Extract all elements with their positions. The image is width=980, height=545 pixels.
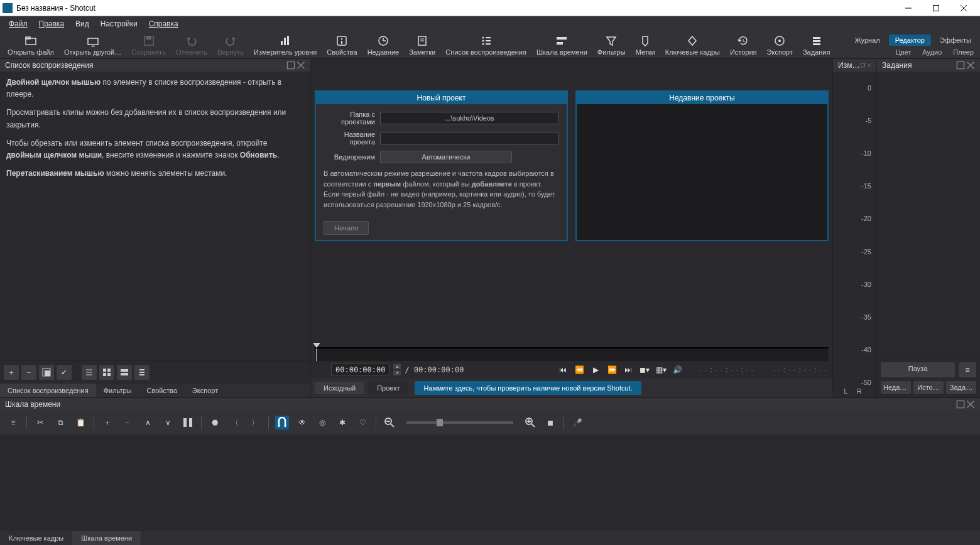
remove-icon[interactable]: － [121,416,134,429]
playlist-tab-filters[interactable]: Фильтры [96,384,139,397]
timeline-title: Шкала времени [5,400,60,409]
undock-icon[interactable] [956,61,965,70]
toolbar-markers[interactable]: Метки [631,33,660,57]
playlist-check-button[interactable]: ✓ [57,365,72,380]
append-icon[interactable]: ＋ [101,416,114,429]
zoom-thumb[interactable] [437,419,443,426]
menu-edit[interactable]: Правка [34,18,70,30]
skip-end-icon[interactable]: ⏭ [623,365,633,375]
zoom-menu-icon[interactable]: ◼▾ [640,365,650,375]
snap-icon[interactable] [275,416,289,429]
toolbar-history[interactable]: История [725,33,762,57]
volume-icon[interactable]: 🔊 [672,365,682,375]
view-grid-button[interactable] [99,365,114,380]
tasks-tab-recent[interactable]: Недавн… [881,381,911,394]
fast-forward-icon[interactable]: ⏩ [607,365,617,375]
ripple-icon[interactable]: ◎ [315,416,329,429]
playlist-tab-properties[interactable]: Свойства [139,384,185,397]
workspace-tab-effects[interactable]: Эффекты [934,35,977,46]
timecode-spinner[interactable]: ▲▼ [393,364,401,376]
zoom-slider[interactable] [406,421,513,424]
skip-start-icon[interactable]: ⏮ [558,365,568,375]
undock-icon[interactable] [956,400,965,409]
scrub-bar[interactable] [315,347,829,361]
toolbar-open-other[interactable]: Открыть другой… [59,33,126,57]
close-panel-icon[interactable] [966,400,975,409]
pause-button[interactable]: Пауза [881,362,955,377]
toolbar-export[interactable]: Экспорт [762,33,798,57]
paste-icon[interactable]: 📋 [74,416,87,429]
close-panel-icon[interactable] [867,61,871,70]
menu-settings[interactable]: Настройки [95,18,143,30]
view-detail-button[interactable] [82,365,97,380]
playlist-tab-export[interactable]: Экспорт [185,384,226,397]
project-folder-button[interactable]: ...\sukho\Videos [380,112,559,124]
toolbar-timeline[interactable]: Шкала времени [531,33,592,57]
ripple-all-icon[interactable]: ✱ [335,416,349,429]
playlist-add-button[interactable]: ＋ [4,365,19,380]
toolbar-playlist[interactable]: Список воспроизведения [440,33,531,57]
start-button[interactable]: Начало [324,221,369,235]
small-tab-player[interactable]: Плеер [953,48,974,56]
toolbar-filters[interactable]: Фильтры [592,33,631,57]
update-banner[interactable]: Нажмите здесь, чтобы проверить наличие н… [415,381,641,395]
video-mode-select[interactable]: Автоматически [380,151,512,163]
recent-projects-list[interactable] [577,104,827,240]
next-marker-icon[interactable]: 〉 [248,416,262,429]
marker-icon[interactable]: ⬣ [208,416,222,429]
record-audio-icon[interactable]: 🎤 [570,416,584,429]
timeline-tab-timeline[interactable]: Шкала времени [72,531,141,545]
lift-icon[interactable]: ∧ [141,416,155,429]
view-list-button[interactable] [134,365,150,380]
timeline-menu-icon[interactable]: ≡ [6,416,20,429]
play-icon[interactable]: ▶ [591,365,601,375]
undock-icon[interactable] [286,61,295,70]
toolbar-level-meter[interactable]: Измеритель уровня [249,33,322,57]
toolbar-notes[interactable]: Заметки [404,33,440,57]
close-panel-icon[interactable] [966,61,975,70]
close-panel-icon[interactable] [297,61,305,70]
small-tab-color[interactable]: Цвет [896,48,912,56]
playlist-update-button[interactable] [39,365,54,380]
tasks-tab-jobs[interactable]: Зада… [946,381,976,394]
ripple-markers-icon[interactable]: ♡ [356,416,369,429]
zoom-in-icon[interactable] [523,416,537,429]
toolbar-properties[interactable]: Свойства [322,33,362,57]
toolbar-jobs[interactable]: Задания [798,33,835,57]
prev-marker-icon[interactable]: 〈 [228,416,242,429]
view-tiles-button[interactable] [117,365,132,380]
undock-icon[interactable] [861,61,865,70]
workspace-tab-log[interactable]: Журнал [848,35,886,46]
workspace-tab-editor[interactable]: Редактор [889,35,931,46]
playhead-icon[interactable] [313,343,320,348]
small-tab-audio[interactable]: Аудио [922,48,942,56]
timeline-tracks[interactable] [0,434,980,531]
grid-menu-icon[interactable]: ▦▾ [656,365,666,375]
copy-icon[interactable]: ⧉ [53,416,67,429]
cut-icon[interactable]: ✂ [33,416,47,429]
tasks-tab-history[interactable]: Исто… [913,381,944,394]
scrub-audio-icon[interactable]: 👁 [295,416,309,429]
split-icon[interactable] [181,416,195,429]
toolbar-open-file[interactable]: Открыть файл [3,33,59,57]
player-tab-project[interactable]: Проект [368,382,408,394]
timeline-tab-keyframes[interactable]: Ключевые кадры [0,531,72,545]
zoom-out-icon[interactable] [383,416,396,429]
menu-view[interactable]: Вид [70,18,94,30]
minimize-button[interactable] [895,0,922,16]
tasks-menu-button[interactable]: ≡ [959,362,976,377]
playlist-remove-button[interactable]: － [21,365,36,380]
project-name-input[interactable] [380,132,559,144]
menu-help[interactable]: Справка [144,18,183,30]
toolbar-recent[interactable]: Недавние [362,33,405,57]
menu-file[interactable]: Файл [4,18,33,30]
maximize-button[interactable] [922,0,950,16]
overwrite-icon[interactable]: ∨ [161,416,175,429]
toolbar-keyframes[interactable]: Ключевые кадры [660,33,725,57]
close-button[interactable] [950,0,977,16]
playlist-tab-playlist[interactable]: Список воспроизведения [0,384,96,397]
zoom-fit-icon[interactable]: ◼ [543,416,557,429]
player-tab-source[interactable]: Исходный [315,382,364,394]
timecode-current[interactable]: 00:00:00:00 [331,364,389,376]
rewind-icon[interactable]: ⏪ [574,365,584,375]
